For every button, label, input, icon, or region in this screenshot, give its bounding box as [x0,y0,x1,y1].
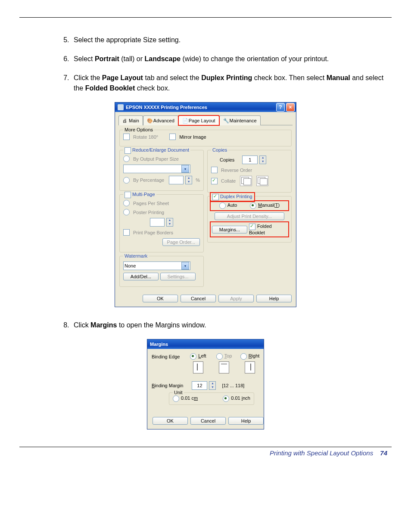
printing-preferences-dialog: EPSON XXXXX Printing Preferences ? × 🖨Ma… [115,102,296,307]
group-more-options: More Options Rotate 180° Mirror Image [119,130,292,146]
tab-main[interactable]: 🖨Main [118,115,143,125]
binding-margin-label: Binding Margin [152,383,183,388]
multi-page-checkbox[interactable] [125,192,131,198]
by-percentage-radio[interactable] [123,177,130,184]
binding-edge-label: Binding Edge [152,354,182,359]
multi-page-spinner[interactable]: ▲▼ [166,218,173,227]
copies-label: Copies [220,157,234,162]
footer-page-number: 74 [380,449,387,457]
binding-right-radio[interactable] [240,353,247,360]
step-8: Click Margins to open the Margins window… [71,320,392,330]
step-5: Select the appropriate Size setting. [71,35,392,45]
step-6: Select Portrait (tall) or Landscape (wid… [71,54,392,64]
dialog2-titlebar[interactable]: Margins [147,339,264,349]
collate-checkbox[interactable] [211,178,218,184]
binding-margin-spinner[interactable]: ▲▼ [209,381,216,390]
tab-advanced[interactable]: 🎨Advanced [143,115,178,125]
duplex-manual-radio[interactable] [250,202,256,209]
binding-right-icon [245,361,255,373]
tab-strip: 🖨Main 🎨Advanced 📄Page Layout 🔧Maintenanc… [118,115,293,125]
step-6-text-c: (tall) or [119,55,145,62]
poster-printing-radio[interactable] [123,209,130,215]
chevron-down-icon: ▾ [181,165,189,173]
binding-top-radio[interactable] [216,353,223,360]
step-6-text-a: Select [74,55,95,62]
by-output-label: By Output Paper Size [133,156,179,162]
multi-page-count-input[interactable] [150,218,165,227]
copies-spinner[interactable]: ▲▼ [259,156,266,164]
output-paper-size-dropdown[interactable]: ▾ [123,165,190,173]
rotate-180-checkbox[interactable] [123,134,130,140]
binding-right-label: Right [249,353,260,358]
maintenance-tab-icon: 🔧 [223,118,228,123]
binding-top-label: Top [224,353,232,358]
duplex-printing-checkbox[interactable] [212,194,219,200]
watermark-settings-button[interactable]: Settings... [160,273,196,280]
by-output-radio[interactable] [123,156,130,162]
binding-margin-range: [12 ... 118] [222,383,244,388]
close-icon[interactable]: × [286,103,295,112]
tab-maintenance[interactable]: 🔧Maintenance [219,115,261,125]
unit-cm-label: 0.01 cm [181,395,198,401]
reverse-order-checkbox[interactable] [211,167,218,173]
print-page-borders-checkbox[interactable] [123,229,130,236]
group-unit: Unit 0.01 cm 0.01 inch [169,392,254,405]
unit-cm-radio[interactable] [173,395,179,402]
help-button-icon[interactable]: ? [276,103,285,112]
step-7-bold-manual: Manual [327,74,350,81]
step-7-bold-pagelayout: Page Layout [102,74,143,81]
pagelayout-tab-icon: 📄 [182,118,187,123]
step-7-text-i: check box. [135,84,170,92]
margins-ok-button[interactable]: OK [153,417,188,425]
print-page-borders-label: Print Page Borders [133,230,173,235]
page-order-button[interactable]: Page Order... [162,238,200,246]
by-percentage-label: By Percentage [133,177,164,183]
pages-per-sheet-radio[interactable] [123,200,130,206]
cancel-button[interactable]: Cancel [181,295,216,302]
unit-inch-radio[interactable] [223,395,229,402]
legend-copies: Copies [211,147,228,152]
tab-page-layout-label: Page Layout [189,118,215,123]
margins-button[interactable]: Margins... [212,226,247,233]
duplex-auto-radio[interactable] [219,202,226,209]
apply-button[interactable]: Apply [218,295,254,302]
legend-duplex: Duplex Printing [220,194,252,199]
legend-watermark: Watermark [123,253,149,258]
app-icon [118,104,124,110]
percent-unit-label: % [196,177,200,183]
group-watermark: Watermark None▾ Add/Del... Settings... [119,256,204,287]
step-6-bold-portrait: Portrait [95,55,119,62]
help-button[interactable]: Help [256,295,292,302]
reduce-enlarge-checkbox[interactable] [125,147,131,154]
binding-left-radio[interactable] [190,353,196,360]
margins-cancel-button[interactable]: Cancel [190,417,226,425]
group-duplex: Duplex Printing Auto Manual(T) Adjust Pr… [207,196,292,243]
adjust-print-density-button[interactable]: Adjust Print Density... [215,212,284,220]
ok-button[interactable]: OK [143,295,178,302]
percentage-input[interactable] [169,176,184,184]
margins-help-button[interactable]: Help [228,417,264,425]
legend-reduce-enlarge: Reduce/Enlarge Document [132,147,189,152]
step-6-text-e: (wide) to change the orientation of your… [181,55,329,62]
watermark-dropdown[interactable]: None▾ [123,261,190,270]
legend-unit: Unit [173,390,184,395]
binding-margin-input[interactable] [192,381,207,390]
step-5-text: Select the appropriate Size setting. [74,36,181,44]
duplex-manual-label: Manual(T) [258,202,280,208]
group-reduce-enlarge: Reduce/Enlarge Document By Output Paper … [119,150,204,191]
watermark-add-del-button[interactable]: Add/Del... [123,273,159,280]
top-divider [19,17,392,18]
folded-booklet-checkbox[interactable] [249,224,255,230]
percentage-spinner[interactable]: ▲▼ [185,176,192,184]
copies-input[interactable] [242,156,258,164]
advanced-tab-icon: 🎨 [147,118,152,123]
group-multi-page: Multi-Page Pages Per Sheet Poster Printi… [119,194,204,252]
dialog1-footer: OK Cancel Apply Help [118,292,293,303]
binding-top-icon [219,361,229,373]
margins-dialog: Margins Binding Edge Left Top [147,339,264,429]
mirror-image-checkbox[interactable] [169,134,176,140]
binding-left-label: Left [198,353,206,358]
dialog1-titlebar[interactable]: EPSON XXXXX Printing Preferences ? × [115,103,296,112]
tab-page-layout[interactable]: 📄Page Layout [178,115,219,125]
step-7-bold-duplex: Duplex Printing [201,74,252,81]
